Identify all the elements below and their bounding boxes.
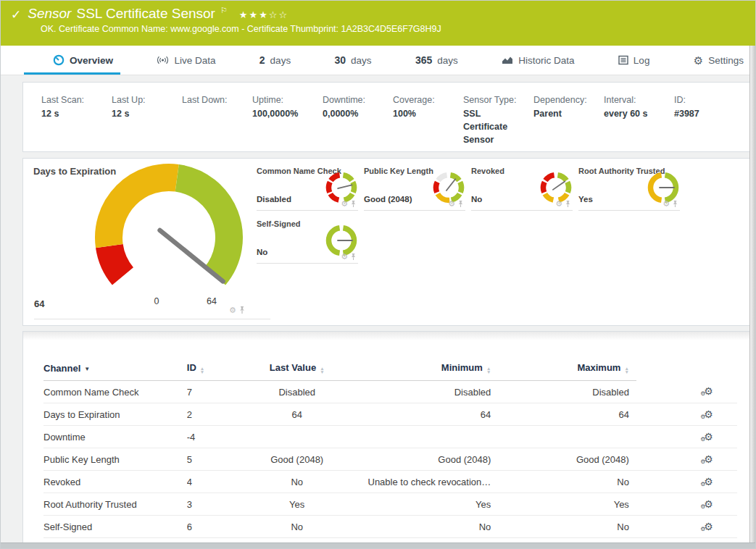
gauge-pin-icon[interactable] xyxy=(565,200,571,208)
column-header-channel[interactable]: Channel▼ xyxy=(43,358,187,381)
primary-gauge-actions: ⚙ xyxy=(229,306,246,314)
small-gauge-actions: ⚙ xyxy=(341,200,357,208)
small-gauge-value: No xyxy=(471,195,482,204)
info-sensor-type: Sensor Type: SSL Certificate Sensor xyxy=(463,95,533,151)
gauge-settings-icon[interactable]: ⚙ xyxy=(448,200,455,208)
cell-maximum: No xyxy=(498,471,636,493)
small-gauge-actions: ⚙ xyxy=(448,200,464,208)
cell-actions: ⚙⚙ xyxy=(636,403,737,426)
info-label: Interval: xyxy=(604,95,667,105)
vertical-scrollbar[interactable] xyxy=(749,46,755,542)
gauge-pin-icon[interactable] xyxy=(238,306,246,314)
stars-empty: ☆☆ xyxy=(269,9,288,20)
gauge-pin-icon[interactable] xyxy=(672,200,678,208)
info-downtime: Downtime: 0,0000% xyxy=(323,95,393,151)
column-header-minimum[interactable]: Minimum▲▼ xyxy=(340,358,498,381)
info-last-down: Last Down: xyxy=(182,95,252,151)
table-row[interactable]: Downtime -4 ⚙⚙ xyxy=(43,426,737,448)
cell-channel: Days to Expiration xyxy=(43,403,187,426)
tab-365-days[interactable]: 365 days xyxy=(415,46,458,75)
info-label: Uptime: xyxy=(252,95,315,105)
table-header-row: Channel▼ ID▲▼ Last Value▲▼ Minimum▲▼ Max… xyxy=(43,358,737,381)
channel-settings-icon[interactable]: ⚙⚙ xyxy=(704,477,713,487)
table-row[interactable]: Revoked 4 No Unable to check revocation…… xyxy=(43,471,737,493)
table-row[interactable]: Public Key Length 5 Good (2048) Good (20… xyxy=(43,448,737,471)
info-label: Sensor Type: xyxy=(463,95,526,105)
cell-last-value xyxy=(254,426,339,448)
tab-live-data[interactable]: Live Data xyxy=(157,46,215,75)
gauge-pin-icon[interactable] xyxy=(457,200,464,208)
broadcast-icon xyxy=(157,55,169,65)
tab-day-count: 30 xyxy=(335,54,346,66)
channel-gauge-public-key-length: Public Key Length Good (2048) ⚙ xyxy=(364,163,465,211)
channel-settings-icon[interactable]: ⚙⚙ xyxy=(704,386,713,396)
info-dependency: Dependency: Parent xyxy=(533,95,604,151)
tab-historic-data[interactable]: Historic Data xyxy=(502,46,574,75)
stars-filled: ★★★ xyxy=(239,9,269,20)
cell-actions: ⚙⚙ xyxy=(636,493,737,516)
gauge-pin-icon[interactable] xyxy=(350,253,357,261)
cell-maximum xyxy=(498,426,636,448)
priority-stars[interactable]: ★★★☆☆ xyxy=(239,9,288,20)
tab-settings[interactable]: ⚙ Settings xyxy=(694,46,744,75)
info-value: #3987 xyxy=(674,107,737,120)
tab-log[interactable]: Log xyxy=(618,46,650,75)
cell-id: 5 xyxy=(187,448,254,471)
sensor-status-message: OK. Certificate Common Name: www.google.… xyxy=(41,24,755,34)
info-label: Last Down: xyxy=(182,95,245,105)
gauge-settings-icon[interactable]: ⚙ xyxy=(341,200,348,208)
column-header-actions xyxy=(636,358,737,381)
days-to-expiration-gauge xyxy=(71,162,267,310)
gauge-settings-icon[interactable]: ⚙ xyxy=(555,200,562,208)
tab-30-days[interactable]: 30 days xyxy=(335,46,372,75)
column-header-last-value[interactable]: Last Value▲▼ xyxy=(254,358,339,381)
gauge-pin-icon[interactable] xyxy=(350,200,357,208)
info-value: every 60 s xyxy=(604,107,667,120)
tab-day-count: 2 xyxy=(259,54,265,66)
cell-minimum: Unable to check revocation… xyxy=(340,471,498,493)
tab-2-days[interactable]: 2 days xyxy=(259,46,291,75)
tab-label: Live Data xyxy=(174,55,215,66)
info-label: Dependency: xyxy=(533,95,597,105)
column-header-maximum[interactable]: Maximum▲▼ xyxy=(498,358,636,381)
table-row[interactable]: Days to Expiration 2 64 64 64 ⚙⚙ xyxy=(43,403,737,426)
gauge-settings-icon[interactable]: ⚙ xyxy=(341,253,348,261)
horizontal-scrollbar[interactable] xyxy=(1,542,755,548)
tab-overview[interactable]: Overview xyxy=(53,46,113,75)
tab-day-unit: days xyxy=(437,55,458,66)
flag-icon[interactable]: ⚐ xyxy=(220,6,228,15)
tab-day-count: 365 xyxy=(415,54,432,66)
info-value: Parent xyxy=(533,107,597,120)
gauge-settings-icon[interactable]: ⚙ xyxy=(229,306,236,314)
table-row[interactable]: Common Name Check 7 Disabled Disabled Di… xyxy=(43,381,737,403)
cell-maximum: No xyxy=(498,516,636,538)
channel-settings-icon[interactable]: ⚙⚙ xyxy=(704,521,713,532)
small-gauge-title: Public Key Length xyxy=(364,167,433,175)
cell-maximum: Yes xyxy=(498,493,636,516)
channel-settings-icon[interactable]: ⚙⚙ xyxy=(704,432,713,442)
cell-last-value: Yes xyxy=(254,493,339,516)
cell-id: 3 xyxy=(187,493,254,516)
cell-maximum: Disabled xyxy=(498,381,636,403)
channel-settings-icon[interactable]: ⚙⚙ xyxy=(704,409,713,419)
small-gauge-value: Yes xyxy=(578,195,593,204)
info-value: 100,0000% xyxy=(252,107,315,120)
cell-actions: ⚙⚙ xyxy=(636,426,737,448)
column-header-id[interactable]: ID▲▼ xyxy=(187,358,254,381)
table-row[interactable]: Self-Signed 6 No No No ⚙⚙ xyxy=(43,516,737,538)
info-label: Last Up: xyxy=(112,95,175,105)
info-interval: Interval: every 60 s xyxy=(604,95,674,151)
channel-settings-icon[interactable]: ⚙⚙ xyxy=(704,499,713,509)
small-gauge-actions: ⚙ xyxy=(662,200,678,208)
gauge-current-value: 64 xyxy=(34,298,44,309)
gauges-panel: Days to Expiration 0 64 64 ⚙ Common Name… xyxy=(22,158,751,326)
page-header: ✓ Sensor SSL Certificate Sensor ⚐ ★★★☆☆ … xyxy=(1,1,755,46)
channel-settings-icon[interactable]: ⚙⚙ xyxy=(704,454,713,464)
gauge-settings-icon[interactable]: ⚙ xyxy=(662,200,670,208)
cell-channel: Common Name Check xyxy=(43,381,187,403)
cell-minimum: 64 xyxy=(340,403,498,426)
table-row[interactable]: Root Authority Trusted 3 Yes Yes Yes ⚙⚙ xyxy=(43,493,737,516)
cell-id: -4 xyxy=(187,426,254,448)
cell-channel: Self-Signed xyxy=(43,516,187,538)
channel-gauge-common-name-check: Common Name Check Disabled ⚙ xyxy=(257,163,358,211)
